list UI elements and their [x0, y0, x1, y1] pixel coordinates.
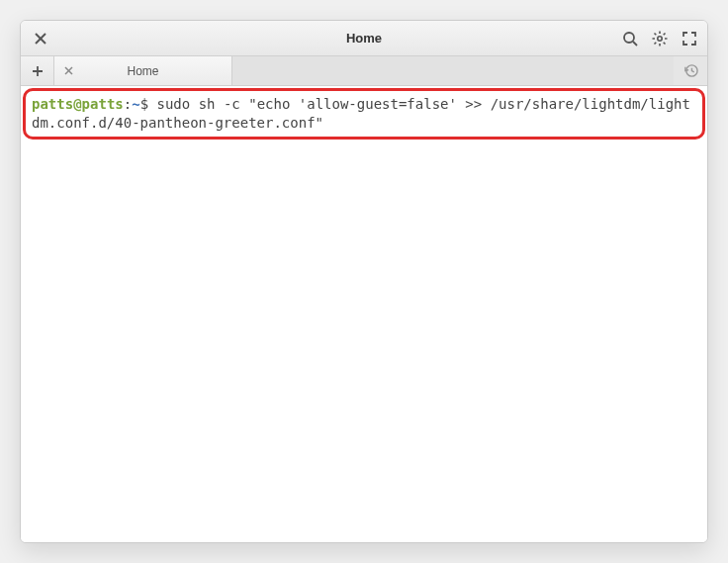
terminal-area[interactable]: patts@patts:~$ sudo sh -c "echo 'allow-g… [21, 86, 707, 542]
tab-close-button[interactable] [64, 66, 73, 75]
close-icon [64, 66, 73, 75]
svg-point-2 [624, 33, 634, 43]
settings-button[interactable] [650, 29, 670, 48]
prompt-dollar: $ [140, 96, 157, 112]
tab-label: Home [81, 64, 205, 78]
plus-icon [32, 65, 44, 77]
tabbar-spacer [232, 56, 674, 85]
maximize-icon [682, 32, 696, 46]
search-icon [622, 31, 638, 47]
prompt-user: patts [32, 96, 73, 112]
svg-line-9 [655, 33, 657, 35]
svg-line-3 [633, 42, 637, 46]
prompt-colon: : [124, 96, 132, 112]
history-button[interactable] [674, 56, 707, 85]
close-icon [35, 33, 46, 45]
gear-icon [652, 31, 668, 47]
tabbar: Home [21, 56, 707, 86]
prompt-at: @ [73, 96, 81, 112]
svg-line-11 [664, 33, 666, 35]
maximize-button[interactable] [680, 29, 699, 48]
window-title: Home [21, 31, 707, 46]
svg-line-12 [655, 42, 657, 44]
titlebar: Home [21, 21, 707, 56]
svg-line-10 [664, 42, 666, 44]
titlebar-actions [620, 29, 699, 48]
terminal-window: Home [20, 20, 708, 543]
command-highlight: patts@patts:~$ sudo sh -c "echo 'allow-g… [23, 88, 705, 140]
new-tab-button[interactable] [21, 56, 54, 85]
svg-point-4 [658, 36, 662, 40]
tab-home[interactable]: Home [54, 56, 232, 85]
close-button[interactable] [29, 27, 52, 50]
prompt-path: ~ [132, 96, 139, 112]
prompt-host: patts [82, 96, 124, 112]
history-icon [683, 63, 698, 78]
search-button[interactable] [620, 29, 640, 48]
terminal-line: patts@patts:~$ sudo sh -c "echo 'allow-g… [32, 95, 696, 133]
